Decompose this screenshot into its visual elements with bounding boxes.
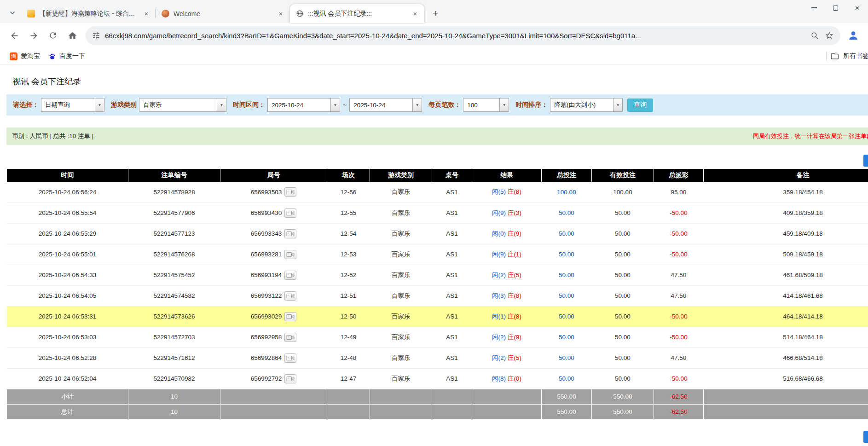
profile-avatar[interactable]	[846, 28, 861, 43]
bookmark-star-icon[interactable]	[822, 28, 837, 43]
cell-bet-id: 522914574582	[128, 285, 220, 306]
cell-total-bet[interactable]: 100.00	[542, 182, 592, 203]
cell-total-bet[interactable]: 50.00	[542, 368, 592, 389]
subtotal-label: 小计	[7, 389, 128, 404]
tab-search-chevron-icon[interactable]	[6, 6, 19, 20]
video-replay-button[interactable]	[284, 312, 296, 321]
camera-icon	[286, 376, 295, 382]
cell-total-bet[interactable]: 50.00	[542, 348, 592, 368]
cell-payout: -50.00	[654, 327, 704, 348]
chevron-down-icon: ▼	[95, 98, 104, 111]
tab-forum[interactable]: 【新提醒】海燕策略论坛 - 综合... ×	[21, 4, 156, 23]
col-remark: 备注	[704, 169, 868, 182]
round-id: 656993503	[251, 189, 282, 196]
tab-bet-records[interactable]: :::视讯 会员下注纪录::: ×	[290, 4, 424, 23]
table-row: 2025-10-24 06:52:28522914571612656992864…	[7, 348, 868, 368]
search-button[interactable]: 查询	[627, 98, 653, 112]
scroll-indicator-top[interactable]	[863, 155, 868, 167]
taobao-icon: 淘	[10, 52, 17, 60]
cell-valid-bet: 50.00	[592, 203, 654, 223]
date-end-value: 2025-10-24	[350, 102, 412, 109]
reload-button[interactable]	[44, 27, 62, 44]
video-replay-button[interactable]	[284, 209, 296, 218]
subtotal-row: 小计 10 550.00 550.00 -62.50	[7, 389, 868, 404]
cell-payout: 95.00	[654, 182, 704, 203]
total-payout: -62.50	[654, 404, 704, 419]
cell-game-type: 百家乐	[370, 285, 432, 306]
tab-close-icon[interactable]: ×	[411, 9, 420, 18]
cell-total-bet[interactable]: 50.00	[542, 223, 592, 244]
cell-remark: 359.18/454.18	[704, 182, 868, 203]
new-tab-button[interactable]: +	[428, 6, 443, 21]
cell-table-no: AS1	[432, 348, 472, 368]
query-type-select[interactable]: 日期查询 ▼	[41, 98, 104, 112]
cell-session: 12-48	[327, 348, 370, 368]
total-row: 总计 10 550.00 550.00 -62.50	[7, 404, 868, 419]
tab-welcome[interactable]: Welcome ×	[156, 4, 290, 23]
sort-label: 时间排序：	[515, 101, 548, 109]
tab-close-icon[interactable]: ×	[276, 9, 285, 18]
cell-table-no: AS1	[432, 182, 472, 203]
camera-icon	[286, 231, 295, 237]
cell-payout: 47.50	[654, 265, 704, 285]
table-row: 2025-10-24 06:55:01522914576268656993281…	[7, 244, 868, 265]
tab-title: 【新提醒】海燕策略论坛 - 综合...	[39, 10, 138, 18]
site-settings-icon[interactable]	[92, 31, 100, 40]
result-player: 闲(2)	[492, 334, 506, 341]
total-empty	[370, 404, 432, 419]
camera-icon	[286, 210, 295, 216]
scroll-indicator-bottom[interactable]	[863, 431, 868, 443]
url-bar[interactable]: 66cxkj98.com/game/betrecord_search/kind3…	[86, 26, 840, 45]
cell-payout: 47.50	[654, 285, 704, 306]
game-type-select[interactable]: 百家乐 ▼	[139, 98, 226, 112]
col-valid-bet: 有效投注	[592, 169, 654, 182]
bookmark-baidu[interactable]: 百度一下	[44, 50, 89, 63]
cell-game-type: 百家乐	[370, 244, 432, 265]
video-replay-button[interactable]	[284, 271, 296, 280]
cell-total-bet[interactable]: 50.00	[542, 285, 592, 306]
close-window-button[interactable]: ×	[846, 0, 868, 16]
url-text[interactable]: 66cxkj98.com/game/betrecord_search/kind3…	[105, 32, 803, 40]
cell-total-bet[interactable]: 50.00	[542, 327, 592, 348]
home-button[interactable]	[64, 27, 81, 44]
cell-session: 12-49	[327, 327, 370, 348]
all-bookmarks[interactable]: 所有书签	[826, 48, 868, 64]
video-replay-button[interactable]	[284, 187, 296, 197]
cell-total-bet[interactable]: 50.00	[542, 265, 592, 285]
back-button[interactable]	[6, 27, 23, 44]
zoom-icon[interactable]	[807, 28, 822, 43]
page-content: 视讯 会员下注纪录 请选择： 日期查询 ▼ 游戏类别 百家乐 ▼ 时间区间： 2…	[0, 76, 868, 420]
forward-button[interactable]	[25, 27, 42, 44]
video-replay-button[interactable]	[284, 353, 296, 363]
bookmark-aitaobao[interactable]: 淘 爱淘宝	[6, 50, 44, 63]
camera-icon	[286, 293, 295, 299]
round-id: 656992864	[251, 354, 282, 361]
cell-total-bet[interactable]: 50.00	[542, 203, 592, 223]
cell-remark: 514.18/464.18	[704, 327, 868, 348]
video-replay-button[interactable]	[284, 333, 296, 342]
per-page-label: 每页笔数：	[428, 101, 461, 109]
tab-title: Welcome	[174, 10, 272, 17]
date-end-select[interactable]: 2025-10-24 ▼	[349, 98, 422, 112]
cell-remark: 461.68/509.18	[704, 265, 868, 285]
minimize-button[interactable]	[803, 0, 825, 16]
video-replay-button[interactable]	[284, 374, 296, 383]
cell-total-bet[interactable]: 50.00	[542, 306, 592, 327]
table-body: 2025-10-24 06:56:24522914578928656993503…	[7, 182, 868, 389]
col-result: 结果	[472, 169, 542, 182]
sort-select[interactable]: 降冪(由大到小) ▼	[550, 98, 623, 112]
cell-time: 2025-10-24 06:54:33	[7, 265, 128, 285]
date-start-select[interactable]: 2025-10-24 ▼	[267, 98, 340, 112]
video-replay-button[interactable]	[284, 291, 296, 301]
maximize-button[interactable]	[825, 0, 846, 16]
cell-total-bet[interactable]: 50.00	[542, 244, 592, 265]
round-id: 656993281	[251, 251, 282, 258]
per-page-select[interactable]: 100 ▼	[463, 98, 509, 112]
video-replay-button[interactable]	[284, 229, 296, 238]
cell-session: 12-56	[327, 182, 370, 203]
video-replay-button[interactable]	[284, 250, 296, 259]
cell-game-type: 百家乐	[370, 348, 432, 368]
minimize-icon	[811, 7, 817, 8]
result-player: 闲(1)	[492, 313, 506, 320]
tab-close-icon[interactable]: ×	[142, 9, 151, 18]
